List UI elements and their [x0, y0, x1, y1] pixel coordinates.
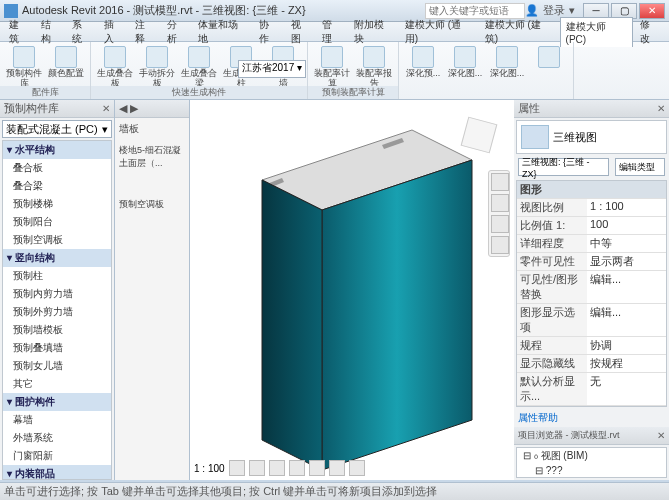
ribbon-button[interactable]: [529, 44, 569, 97]
property-row[interactable]: 详细程度中等: [517, 235, 666, 253]
property-row[interactable]: 可见性/图形替换编辑...: [517, 271, 666, 304]
tree-item[interactable]: 预制墙模板: [3, 321, 111, 339]
region-combo[interactable]: 江苏省2017 ▾: [238, 60, 306, 78]
tree-item[interactable]: 外墙系统: [3, 429, 111, 447]
prop-key: 详细程度: [517, 235, 587, 252]
ribbon-label: 深化图...: [490, 69, 525, 79]
vc-icon[interactable]: [349, 460, 365, 476]
type-icon: [521, 125, 549, 149]
nav-pan-icon[interactable]: [491, 173, 509, 191]
preview-label: 墙板: [115, 118, 189, 140]
close-icon[interactable]: ✕: [657, 103, 665, 114]
tree-item[interactable]: 其它: [3, 375, 111, 393]
prop-value[interactable]: 100: [587, 217, 666, 234]
ribbon-group: 深化预...深化图...深化图...: [399, 42, 574, 99]
properties-help-link[interactable]: 属性帮助: [514, 409, 669, 427]
property-row[interactable]: 视图比例1 : 100: [517, 199, 666, 217]
prop-value[interactable]: 显示两者: [587, 253, 666, 270]
prop-value[interactable]: 无: [587, 373, 666, 405]
prop-value[interactable]: 1 : 100: [587, 199, 666, 216]
group-label: 预制装配率计算: [308, 86, 398, 99]
viewport[interactable]: 1 : 100: [190, 100, 514, 480]
preview-panel: ◀ ▶ 墙板 楼地5-细石混凝土面层（... 预制空调板: [115, 100, 190, 480]
preview-item[interactable]: 楼地5-细石混凝土面层（...: [115, 140, 189, 174]
tree-item[interactable]: 门窗阳新: [3, 447, 111, 465]
ribbon-icon: [412, 46, 434, 68]
property-row[interactable]: 显示隐藏线按规程: [517, 355, 666, 373]
preview-item[interactable]: 预制空调板: [115, 194, 189, 215]
ribbon-button[interactable]: 深化图...: [445, 44, 485, 97]
combo-value: 装配式混凝土 (PC): [6, 122, 98, 137]
menu-tab[interactable]: 修改: [635, 16, 665, 48]
svg-marker-57: [322, 160, 472, 470]
tree-category[interactable]: ▾ 围护构件: [3, 393, 111, 411]
tree-item[interactable]: 预制阳台: [3, 213, 111, 231]
prop-value[interactable]: 中等: [587, 235, 666, 252]
category-combo[interactable]: 装配式混凝土 (PC)▾: [2, 120, 112, 138]
prop-value[interactable]: 编辑...: [587, 271, 666, 303]
ribbon-icon: [321, 46, 343, 68]
vc-icon[interactable]: [249, 460, 265, 476]
vc-icon[interactable]: [269, 460, 285, 476]
tree-category[interactable]: ▾ 竖向结构: [3, 249, 111, 267]
tree-item[interactable]: 叠合板: [3, 159, 111, 177]
browser-item[interactable]: ⊟ ₀ 视图 (BIM): [517, 448, 666, 464]
prop-key: 可见性/图形替换: [517, 271, 587, 303]
preview-header: ◀ ▶: [115, 100, 189, 118]
property-row[interactable]: 默认分析显示...无: [517, 373, 666, 406]
tree-item[interactable]: 预制空调板: [3, 231, 111, 249]
project-browser[interactable]: ⊟ ₀ 视图 (BIM)⊟ ???⊞ ???⊞ BIM_三维视图⊟ BIM_建筑…: [516, 447, 667, 478]
browser-header: 项目浏览器 - 测试模型.rvt ✕: [514, 427, 669, 445]
edit-type-button[interactable]: 编辑类型: [615, 158, 665, 176]
close-icon[interactable]: ✕: [657, 430, 665, 441]
vc-icon[interactable]: [329, 460, 345, 476]
prop-key: 零件可见性: [517, 253, 587, 270]
browser-title: 项目浏览器 - 测试模型.rvt: [518, 429, 620, 442]
properties-header: 属性 ✕: [514, 100, 669, 118]
instance-value: 三维视图: {三维 - ZX}: [522, 156, 605, 179]
instance-combo[interactable]: 三维视图: {三维 - ZX}: [518, 158, 609, 176]
browser-item[interactable]: ⊟ ???: [517, 464, 666, 477]
vc-icon[interactable]: [289, 460, 305, 476]
nav-zoom-icon[interactable]: [491, 194, 509, 212]
property-row[interactable]: 零件可见性显示两者: [517, 253, 666, 271]
ribbon-button[interactable]: 深化预...: [403, 44, 443, 97]
tree-item[interactable]: 预制叠填墙: [3, 339, 111, 357]
prop-key: 显示隐藏线: [517, 355, 587, 372]
ribbon-icon: [538, 46, 560, 68]
component-tree[interactable]: ▾ 水平结构叠合板叠合梁预制楼梯预制阳台预制空调板▾ 竖向结构预制柱预制内剪力墙…: [2, 140, 112, 480]
ribbon-group: 预制构件库颜色配置配件库: [0, 42, 91, 99]
property-row[interactable]: 图形显示选项编辑...: [517, 304, 666, 337]
prop-key: 图形显示选项: [517, 304, 587, 336]
prop-value[interactable]: 按规程: [587, 355, 666, 372]
tree-category[interactable]: ▾ 水平结构: [3, 141, 111, 159]
close-icon[interactable]: ✕: [102, 103, 110, 114]
view-cube[interactable]: [454, 110, 504, 160]
ribbon-button[interactable]: 深化图...: [487, 44, 527, 97]
ribbon-label: 深化图...: [448, 69, 483, 79]
properties-title: 属性: [518, 101, 540, 116]
tree-item[interactable]: 预制楼梯: [3, 195, 111, 213]
tree-item[interactable]: 预制柱: [3, 267, 111, 285]
tree-item[interactable]: 预制女儿墙: [3, 357, 111, 375]
vc-icon[interactable]: [309, 460, 325, 476]
vc-icon[interactable]: [229, 460, 245, 476]
tree-item[interactable]: 叠合梁: [3, 177, 111, 195]
prop-value[interactable]: 协调: [587, 337, 666, 354]
group-label: 配件库: [0, 86, 90, 99]
tree-category[interactable]: ▾ 内装部品: [3, 465, 111, 480]
ribbon-icon: [188, 46, 210, 68]
nav-orbit-icon[interactable]: [491, 215, 509, 233]
type-selector[interactable]: 三维视图: [516, 120, 667, 154]
property-row[interactable]: 规程协调: [517, 337, 666, 355]
tree-item[interactable]: 预制外剪力墙: [3, 303, 111, 321]
tree-item[interactable]: 幕墙: [3, 411, 111, 429]
ribbon-label: 深化预...: [406, 69, 441, 79]
browser-item[interactable]: ⊞ ???: [517, 477, 666, 478]
nav-home-icon[interactable]: [491, 236, 509, 254]
ribbon-icon: [363, 46, 385, 68]
prop-value[interactable]: 编辑...: [587, 304, 666, 336]
scale-label[interactable]: 1 : 100: [194, 463, 225, 474]
property-row[interactable]: 比例值 1:100: [517, 217, 666, 235]
tree-item[interactable]: 预制内剪力墙: [3, 285, 111, 303]
